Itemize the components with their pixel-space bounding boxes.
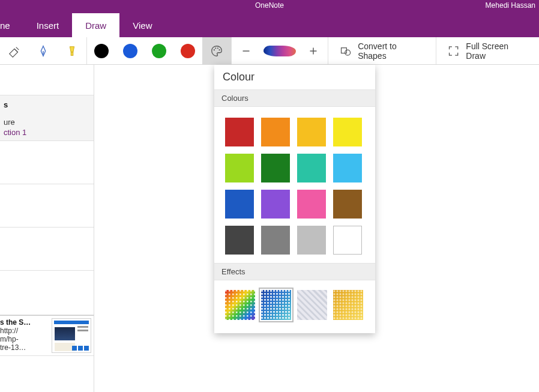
tab-draw-label: Draw — [85, 20, 106, 31]
list-item[interactable]: s the S… http:// m/hp- tre-13… — [0, 315, 94, 356]
fullscreen-icon — [447, 44, 460, 58]
svg-rect-1 — [71, 52, 73, 55]
tab-view-label: View — [133, 20, 152, 31]
ink-colour-group — [87, 37, 231, 64]
list-item-title: s the S… — [0, 318, 47, 327]
list-item-line: m/hp- — [0, 335, 47, 343]
colour-swatch-teal[interactable] — [297, 154, 326, 182]
colour-swatch-lime[interactable] — [225, 154, 254, 182]
ink-smear-icon — [263, 46, 296, 56]
thicker-button[interactable] — [299, 37, 328, 64]
colour-green[interactable] — [145, 37, 173, 64]
colour-red[interactable] — [173, 37, 202, 64]
list-item[interactable] — [0, 141, 94, 184]
colour-swatch-dark-grey[interactable] — [225, 226, 254, 255]
minus-icon — [239, 44, 253, 58]
highlighter-icon — [65, 44, 79, 58]
effect-swatch-galaxy[interactable] — [261, 290, 291, 320]
list-item-text: s the S… http:// m/hp- tre-13… — [0, 318, 47, 353]
thickness-group — [232, 37, 328, 64]
colour-swatch-orange[interactable] — [261, 118, 290, 146]
thinner-button[interactable] — [232, 37, 260, 64]
app-title: OneNote — [255, 1, 284, 10]
pen-tool[interactable] — [29, 37, 58, 64]
black-circle-icon — [94, 44, 109, 58]
colour-swatch-blue[interactable] — [225, 190, 254, 219]
draw-ribbon: Convert to Shapes Full Screen Draw — [0, 37, 539, 65]
colour-swatch-red[interactable] — [225, 118, 254, 146]
svg-point-4 — [217, 47, 218, 49]
svg-point-2 — [214, 49, 215, 50]
section-header-section: ction 1 — [4, 128, 90, 137]
colour-popup-title: Colour — [214, 65, 375, 89]
colour-picker-button[interactable] — [202, 37, 231, 64]
tab-home-label: ne — [0, 20, 10, 31]
colour-swatch-amber[interactable] — [297, 118, 326, 146]
convert-to-shapes-label: Convert to Shapes — [358, 41, 425, 61]
tab-draw[interactable]: Draw — [72, 13, 119, 37]
tab-home[interactable]: ne — [0, 13, 23, 37]
colour-swatch-grey[interactable] — [261, 226, 290, 255]
colour-swatch-sky-blue[interactable] — [333, 154, 362, 182]
list-item[interactable] — [0, 184, 94, 228]
tool-group — [0, 37, 86, 64]
colour-popup: Colour Colours Effects — [214, 65, 375, 333]
title-bar: OneNote Mehedi Hassan — [0, 0, 539, 13]
ink-preview — [260, 37, 299, 64]
eraser-tool[interactable] — [0, 37, 29, 64]
green-circle-icon — [152, 44, 166, 58]
list-item-thumbnail — [52, 318, 91, 353]
highlighter-tool[interactable] — [58, 37, 86, 64]
tab-strip: ne Insert Draw View — [0, 13, 539, 37]
colour-swatch-white[interactable] — [333, 226, 362, 255]
full-screen-draw-label: Full Screen Draw — [466, 41, 528, 61]
convert-shapes-icon — [339, 44, 352, 58]
effect-swatch-silver[interactable] — [297, 290, 327, 320]
svg-point-10 — [345, 50, 351, 55]
colour-swatch-purple[interactable] — [261, 190, 290, 219]
section-header-title: s — [4, 100, 90, 109]
list-item-line: tre-13… — [0, 343, 47, 352]
colour-swatch-grid — [214, 107, 375, 263]
plus-icon — [307, 44, 320, 58]
red-circle-icon — [181, 44, 195, 58]
colour-blue[interactable] — [116, 37, 145, 64]
effect-swatch-gold[interactable] — [333, 290, 363, 320]
list-item[interactable] — [0, 228, 94, 271]
effects-grid — [214, 280, 375, 333]
list-item[interactable] — [0, 271, 94, 315]
eraser-icon — [8, 44, 21, 58]
colour-swatch-dark-green[interactable] — [261, 154, 290, 182]
section-header[interactable]: s ure ction 1 — [0, 95, 94, 141]
colour-swatch-yellow[interactable] — [333, 118, 362, 146]
section-header-sub: ure — [4, 118, 90, 127]
user-name[interactable]: Mehedi Hassan — [486, 1, 535, 10]
palette-icon — [210, 44, 223, 58]
tab-view[interactable]: View — [119, 13, 165, 37]
page-list-sidebar: s ure ction 1 s the S… http:// m/hp- tre… — [0, 65, 94, 392]
colour-swatch-pink[interactable] — [297, 190, 326, 219]
colour-swatch-light-grey[interactable] — [297, 226, 326, 255]
list-item-line: http:// — [0, 327, 47, 335]
colours-section-header: Colours — [214, 89, 375, 107]
full-screen-draw-button[interactable]: Full Screen Draw — [436, 37, 539, 64]
pen-icon — [37, 44, 50, 58]
tab-insert-label: Insert — [37, 20, 59, 31]
tab-insert[interactable]: Insert — [23, 13, 73, 37]
svg-point-5 — [218, 49, 220, 50]
svg-point-3 — [215, 47, 216, 49]
blue-circle-icon — [123, 44, 137, 58]
colour-black[interactable] — [87, 37, 116, 64]
colour-swatch-brown[interactable] — [333, 190, 362, 219]
effects-section-header: Effects — [214, 263, 375, 280]
convert-to-shapes-button[interactable]: Convert to Shapes — [328, 37, 436, 64]
effect-swatch-rainbow[interactable] — [225, 290, 255, 320]
